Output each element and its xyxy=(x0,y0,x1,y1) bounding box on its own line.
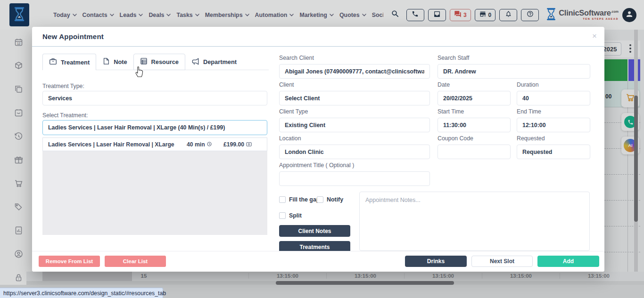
next-slot-button[interactable]: Next Slot xyxy=(471,256,533,267)
tab-treatment[interactable]: Treatment xyxy=(42,54,96,70)
appointment-title-label: Appointment Title ( Optional ) xyxy=(279,162,354,169)
checkbox-label: Notify xyxy=(327,196,343,203)
clear-list-button[interactable]: Clear List xyxy=(105,256,166,267)
modal-body: Treatment Note Resource Department Treat… xyxy=(32,47,604,251)
tab-label: Treatment xyxy=(61,59,90,66)
modal-title: New Appointment xyxy=(42,32,104,40)
date-label: Date xyxy=(438,81,450,88)
duration-label: Duration xyxy=(517,81,538,88)
treatment-list-panel xyxy=(42,151,267,235)
fill-the-gap-checkbox[interactable]: Fill the gap xyxy=(279,196,320,203)
search-staff-label: Search Staff xyxy=(438,55,469,61)
status-url: https://server3.clinicsoftware.com/desig… xyxy=(3,290,166,297)
split-checkbox[interactable]: Split xyxy=(279,212,302,219)
checkbox-icon xyxy=(279,212,286,219)
client-label: Client xyxy=(279,81,294,88)
remove-from-list-button[interactable]: Remove From List xyxy=(39,256,100,267)
treatment-duration: 40 min xyxy=(187,141,223,148)
duration-input[interactable] xyxy=(517,91,590,105)
coupon-code-input[interactable] xyxy=(438,145,511,159)
tab-label: Resource xyxy=(151,58,179,65)
requested-label: Requested xyxy=(517,135,545,142)
treatment-type-select[interactable] xyxy=(42,91,267,105)
search-client-label: Search Client xyxy=(279,55,314,61)
client-select[interactable] xyxy=(279,91,430,105)
treatment-name: Ladies Services | Laser Hair Removal | X… xyxy=(43,141,187,148)
grid-icon xyxy=(140,57,148,66)
select-treatment-label: Select Treatment: xyxy=(42,112,88,119)
megaphone-icon xyxy=(191,57,199,67)
briefcase-icon xyxy=(49,57,57,67)
status-bar: https://server3.clinicsoftware.com/desig… xyxy=(0,288,163,298)
add-button[interactable]: Add xyxy=(537,256,599,267)
start-time-input[interactable] xyxy=(438,118,511,132)
tab-label: Note xyxy=(114,58,127,65)
end-time-input[interactable] xyxy=(517,118,590,132)
new-appointment-modal: New Appointment × Treatment Note Resourc… xyxy=(32,27,604,272)
date-input[interactable] xyxy=(438,91,511,105)
close-icon[interactable]: × xyxy=(592,32,597,41)
modal-tabs: Treatment Note Resource Department xyxy=(42,54,243,70)
tab-department[interactable]: Department xyxy=(185,54,243,70)
client-type-label: Client Type xyxy=(279,108,308,115)
note-icon xyxy=(102,57,110,66)
select-treatment-input[interactable] xyxy=(42,120,267,135)
requested-select[interactable] xyxy=(517,145,590,159)
modal-header: New Appointment × xyxy=(32,27,604,47)
modal-footer: Remove From List Clear List Drinks Next … xyxy=(32,251,604,272)
treatment-list-item[interactable]: Ladies Services | Laser Hair Removal | X… xyxy=(42,137,267,151)
appointment-notes-textarea[interactable] xyxy=(359,192,590,251)
notify-checkbox[interactable]: Notify xyxy=(317,196,343,203)
search-staff-input[interactable] xyxy=(438,64,590,79)
tab-resource[interactable]: Resource xyxy=(133,54,185,70)
client-type-select[interactable] xyxy=(279,118,430,132)
treatment-price: £199.00 xyxy=(223,141,267,148)
end-time-label: End Time xyxy=(517,108,541,115)
banknote-icon xyxy=(246,141,252,148)
checkbox-label: Fill the gap xyxy=(289,196,320,203)
treatment-type-label: Treatment Type: xyxy=(42,83,84,89)
location-select[interactable] xyxy=(279,145,430,159)
start-time-label: Start Time xyxy=(438,108,464,115)
appointment-title-input[interactable] xyxy=(279,171,430,186)
tab-label: Department xyxy=(203,58,237,65)
drinks-button[interactable]: Drinks xyxy=(405,256,467,267)
checkbox-label: Split xyxy=(289,212,302,219)
tab-note[interactable]: Note xyxy=(96,54,133,70)
coupon-code-label: Coupon Code xyxy=(438,135,473,142)
treatments-button[interactable]: Treatments xyxy=(279,241,350,251)
search-client-input[interactable] xyxy=(279,64,430,79)
checkbox-icon xyxy=(279,196,286,203)
checkbox-icon xyxy=(317,196,323,203)
client-notes-button[interactable]: Client Notes xyxy=(279,225,350,237)
location-label: Location xyxy=(279,135,301,142)
clock-icon xyxy=(207,141,212,148)
